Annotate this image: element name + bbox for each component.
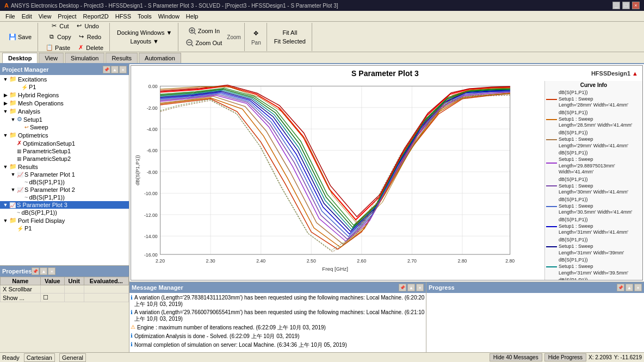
svg-text:2.70: 2.70 — [407, 258, 417, 264]
tree-item-results[interactable]: ▼ 📁 Results — [0, 163, 129, 171]
docking-label: Docking Windows ▼ — [117, 29, 172, 36]
zoom-in-button[interactable]: Zoom In — [185, 26, 222, 36]
properties-table: Name Value Unit Evaluated... X Scrollbar — [0, 277, 129, 302]
fit-selected-button[interactable]: Fit Selected — [271, 37, 308, 46]
bottom-panels: Message Manager 📌 ▲ × ℹ A variation (Len… — [129, 282, 644, 352]
docking-button[interactable]: Docking Windows ▼ — [114, 28, 175, 37]
hide-messages-button[interactable]: Hide 40 Messages — [490, 353, 542, 361]
tree-label-optsetup1: OptimizationSetup1 — [23, 140, 75, 147]
menu-report2d[interactable]: Report2D — [80, 12, 112, 21]
redo-label: Redo — [87, 34, 101, 40]
tree-item-sparamplot1[interactable]: ▼ 📈 S Parameter Plot 1 — [0, 171, 129, 178]
tree-item-setup1[interactable]: ▼ ⚙ Setup1 — [0, 115, 129, 123]
tree-item-optsetup1[interactable]: ✗ OptimizationSetup1 — [0, 139, 129, 147]
tab-results[interactable]: Results — [106, 53, 138, 63]
tab-view[interactable]: View — [39, 53, 64, 63]
tree-item-paramsetup2[interactable]: ▦ ParametricSetup2 — [0, 155, 129, 163]
layouts-button[interactable]: Layouts ▼ — [127, 37, 161, 46]
zoom-out-button[interactable]: Zoom Out — [183, 38, 225, 48]
progress-header: Progress 📌 ▲ × — [426, 282, 644, 293]
maximize-button[interactable]: □ — [622, 2, 630, 9]
prog-pin-button[interactable]: 📌 — [617, 284, 624, 291]
svg-text:-8.00: -8.00 — [147, 170, 158, 175]
tree-item-excitations[interactable]: ▼ 📁 Excitations — [0, 75, 129, 83]
menu-help[interactable]: Help — [183, 12, 202, 21]
undo-button[interactable]: ↩ Undo — [72, 21, 101, 32]
tab-automation[interactable]: Automation — [139, 53, 181, 63]
tree-item-optimetrics[interactable]: ▼ 📁 Optimetrics — [0, 131, 129, 139]
tree-item-dbs1[interactable]: ~ dB(S(P1,P1)) — [0, 178, 129, 186]
svg-text:-16.00: -16.00 — [144, 252, 158, 258]
tree-item-p1b[interactable]: ⚡ P1 — [0, 224, 129, 232]
save-button[interactable]: Save — [5, 32, 34, 42]
menu-edit[interactable]: Edit — [18, 12, 35, 21]
props-close-button[interactable]: × — [48, 267, 55, 275]
prop-value-show[interactable]: ☐ — [40, 294, 64, 302]
delete-icon: ✗ — [76, 43, 85, 52]
menu-file[interactable]: File — [2, 12, 18, 21]
menu-tools[interactable]: Tools — [134, 12, 155, 21]
copy-button[interactable]: ⧉ Copy — [45, 32, 74, 42]
tree-item-sweep[interactable]: ↩ Sweep — [0, 123, 129, 131]
tree-item-analysis[interactable]: ▼ 📁 Analysis — [0, 107, 129, 115]
tree-item-p1[interactable]: ⚡ P1 — [0, 83, 129, 91]
tree-expand-excitations[interactable]: ▼ — [2, 76, 9, 83]
minimize-button[interactable]: _ — [612, 2, 620, 9]
cut-button[interactable]: ✂ Cut — [47, 21, 71, 32]
msg-float-button[interactable]: ▲ — [407, 284, 415, 291]
prop-value-scrollbar[interactable] — [40, 285, 64, 294]
redo-button[interactable]: ↪ Redo — [75, 32, 104, 42]
tree-item-portfield[interactable]: ▼ 📁 Port Field Display — [0, 216, 129, 224]
msg-close-button[interactable]: × — [416, 284, 424, 291]
prog-close-button[interactable]: × — [634, 284, 642, 291]
title-bar-text: ANSYS Electronics Desktop - Project3 - H… — [11, 3, 338, 9]
zoom-group: Zoom In Zoom Out Zoom — [179, 23, 244, 51]
tree-item-paramsetup1[interactable]: ▦ ParametricSetup1 — [0, 147, 129, 155]
hfss-design-label: HFSSDesign1 ▲ — [591, 70, 638, 77]
tree-item-dbs2[interactable]: ~ dB(S(P1,P1)) — [0, 194, 129, 201]
tree-item-sparamplot3[interactable]: ▼ 📈 S Parameter Plot 3 — [0, 201, 129, 209]
prog-float-button[interactable]: ▲ — [626, 284, 633, 291]
tree-item-dbs3[interactable]: ~ dB(S(P1,P1)) — [0, 209, 129, 216]
menu-window[interactable]: Window — [155, 12, 183, 21]
svg-text:-4.00: -4.00 — [147, 127, 158, 132]
progress-title: Progress — [429, 284, 455, 291]
fit-all-button[interactable]: Fit All — [280, 28, 300, 37]
menu-hfss[interactable]: HFSS — [112, 12, 134, 21]
panel-pin-button[interactable]: 📌 — [103, 66, 110, 73]
save-group: Save — [2, 23, 38, 51]
tab-desktop[interactable]: Desktop — [2, 53, 38, 63]
legend-title: Curve Info — [546, 82, 641, 88]
pan-button[interactable]: ✥ — [249, 28, 263, 39]
window-controls[interactable]: _ □ × — [612, 2, 640, 9]
pan-group: ✥ Pan — [246, 23, 267, 51]
msg-icon-1: ℹ — [131, 295, 133, 301]
properties-title: Properties — [2, 268, 32, 274]
plot-title: S Parameter Plot 3 — [351, 67, 419, 80]
tree-item-sparamplot2[interactable]: ▼ 📈 S Parameter Plot 2 — [0, 186, 129, 194]
panel-float-button[interactable]: ▲ — [111, 66, 119, 73]
msg-pin-button[interactable]: 📌 — [399, 284, 406, 291]
prop-col-unit: Unit — [64, 277, 84, 285]
props-float-button[interactable]: ▲ — [40, 267, 47, 275]
msg-icon-4: ℹ — [131, 333, 133, 339]
plot-area[interactable]: 0.00 -2.00 -4.00 -6.00 -8.00 -10.00 -12.… — [131, 81, 544, 280]
props-pin-button[interactable]: 📌 — [32, 267, 39, 275]
menu-view[interactable]: View — [35, 12, 55, 21]
paste-button[interactable]: 📋 Paste — [42, 42, 73, 53]
hide-progress-button[interactable]: Hide Progress — [544, 353, 586, 361]
tree-item-mesh[interactable]: ▶ 📁 Mesh Operations — [0, 99, 129, 107]
svg-line-8 — [191, 45, 193, 46]
delete-button[interactable]: ✗ Delete — [73, 42, 106, 53]
plot-main: 0.00 -2.00 -4.00 -6.00 -8.00 -10.00 -12.… — [131, 81, 642, 280]
zoom-in-label: Zoom In — [198, 28, 220, 34]
docking-group: Docking Windows ▼ Layouts ▼ — [111, 23, 178, 51]
tree-item-hybrid[interactable]: ▶ 📁 Hybrid Regions — [0, 91, 129, 99]
panel-close-button[interactable]: × — [119, 66, 127, 73]
close-button[interactable]: × — [632, 2, 640, 9]
tab-simulation[interactable]: Simulation — [65, 53, 104, 63]
menu-project[interactable]: Project — [54, 12, 79, 21]
tree-expand-analysis[interactable]: ▼ — [2, 108, 9, 115]
tree-label-portfield: Port Field Display — [18, 217, 65, 224]
tree-label-optimetrics: Optimetrics — [18, 132, 48, 139]
